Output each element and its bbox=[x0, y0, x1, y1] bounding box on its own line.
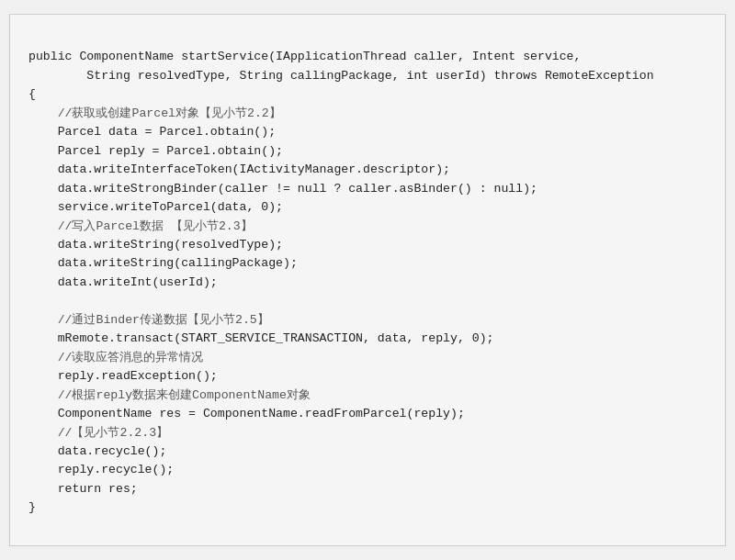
code-line: //写入Parcel数据 【见小节2.3】 bbox=[28, 218, 707, 236]
code-block: public ComponentName startService(IAppli… bbox=[9, 14, 726, 546]
code-blank-line bbox=[28, 292, 707, 310]
code-line: //读取应答消息的异常情况 bbox=[28, 349, 707, 367]
code-line: data.writeString(callingPackage); bbox=[28, 254, 707, 273]
code-line: String resolvedType, String callingPacka… bbox=[28, 67, 707, 85]
code-line: Parcel reply = Parcel.obtain(); bbox=[28, 142, 707, 161]
code-line: public ComponentName startService(IAppli… bbox=[28, 48, 707, 66]
code-line: return res; bbox=[28, 480, 707, 498]
code-line: Parcel data = Parcel.obtain(); bbox=[28, 123, 707, 141]
code-line: //【见小节2.2.3】 bbox=[28, 424, 707, 442]
code-line: reply.readException(); bbox=[28, 367, 707, 386]
code-line: //根据reply数据来创建ComponentName对象 bbox=[28, 386, 707, 405]
code-line: mRemote.transact(START_SERVICE_TRANSACTI… bbox=[28, 330, 707, 348]
code-line: //通过Binder传递数据【见小节2.5】 bbox=[28, 311, 707, 330]
code-line: reply.recycle(); bbox=[28, 461, 707, 479]
code-line: ComponentName res = ComponentName.readFr… bbox=[28, 405, 707, 423]
code-line: data.writeString(resolvedType); bbox=[28, 236, 707, 254]
code-line: data.writeStrongBinder(caller != null ? … bbox=[28, 180, 707, 198]
code-line: data.writeInterfaceToken(IActivityManage… bbox=[28, 161, 707, 179]
code-line: } bbox=[28, 498, 707, 517]
code-line: service.writeToParcel(data, 0); bbox=[28, 198, 707, 217]
code-line: //获取或创建Parcel对象【见小节2.2】 bbox=[28, 105, 707, 123]
code-line: data.writeInt(userId); bbox=[28, 274, 707, 292]
code-line: data.recycle(); bbox=[28, 442, 707, 461]
code-line: { bbox=[28, 85, 707, 104]
